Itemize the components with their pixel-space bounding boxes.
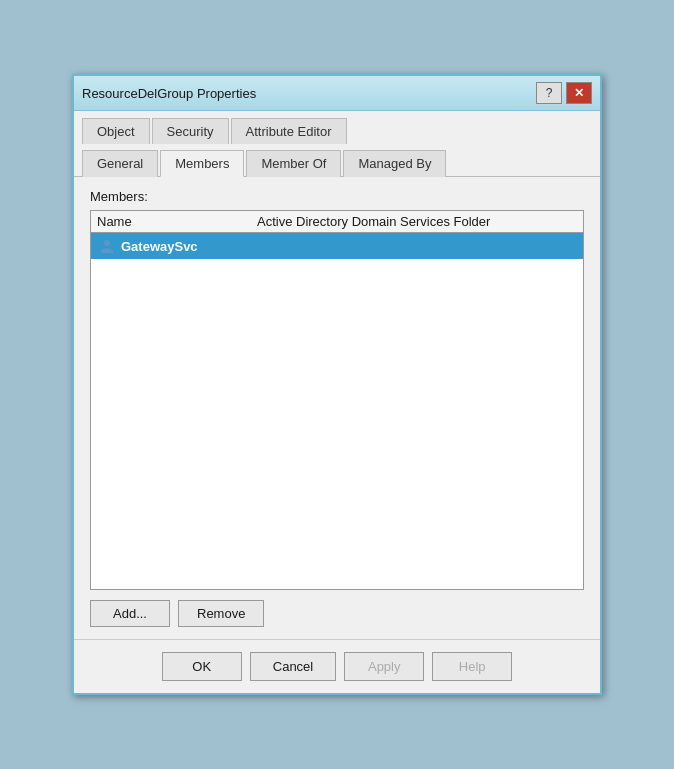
close-button[interactable]: ✕ xyxy=(566,82,592,104)
title-buttons: ? ✕ xyxy=(536,82,592,104)
dialog-window: ResourceDelGroup Properties ? ✕ Object S… xyxy=(72,74,602,695)
remove-button[interactable]: Remove xyxy=(178,600,264,627)
tab-general[interactable]: General xyxy=(82,150,158,177)
col-name-header: Name xyxy=(97,214,257,229)
tab-row-1: Object Security Attribute Editor xyxy=(74,111,600,143)
help-button[interactable]: ? xyxy=(536,82,562,104)
ok-button[interactable]: OK xyxy=(162,652,242,681)
tab-attribute-editor[interactable]: Attribute Editor xyxy=(231,118,347,144)
add-button[interactable]: Add... xyxy=(90,600,170,627)
table-row[interactable]: GatewaySvc xyxy=(91,233,583,259)
dialog-title: ResourceDelGroup Properties xyxy=(82,86,256,101)
tab-object[interactable]: Object xyxy=(82,118,150,144)
tab-security[interactable]: Security xyxy=(152,118,229,144)
col-folder-header: Active Directory Domain Services Folder xyxy=(257,214,577,229)
table-body: GatewaySvc xyxy=(91,233,583,573)
dialog-body: Members: Name Active Directory Domain Se… xyxy=(74,177,600,639)
tab-row-2: General Members Member Of Managed By xyxy=(74,143,600,177)
dialog-footer: OK Cancel Apply Help xyxy=(74,639,600,693)
cancel-button[interactable]: Cancel xyxy=(250,652,336,681)
action-buttons: Add... Remove xyxy=(90,600,584,627)
members-label: Members: xyxy=(90,189,584,204)
tab-members[interactable]: Members xyxy=(160,150,244,177)
title-bar: ResourceDelGroup Properties ? ✕ xyxy=(74,76,600,111)
row-name: GatewaySvc xyxy=(121,239,261,254)
apply-button[interactable]: Apply xyxy=(344,652,424,681)
user-icon xyxy=(97,236,117,256)
table-header: Name Active Directory Domain Services Fo… xyxy=(91,211,583,233)
help-footer-button[interactable]: Help xyxy=(432,652,512,681)
svg-point-0 xyxy=(104,240,111,247)
tab-member-of[interactable]: Member Of xyxy=(246,150,341,177)
tab-managed-by[interactable]: Managed By xyxy=(343,150,446,177)
members-table: Name Active Directory Domain Services Fo… xyxy=(90,210,584,590)
